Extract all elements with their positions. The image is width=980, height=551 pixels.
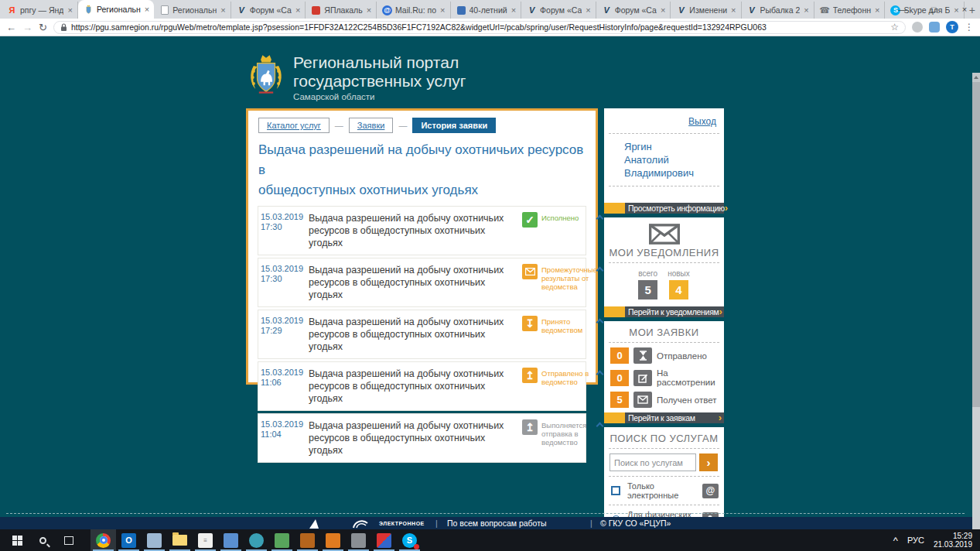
history-row[interactable]: 15.03.201917:29 Выдача разрешений на доб… — [258, 310, 586, 358]
browser-tab[interactable]: Региональн× — [154, 2, 230, 19]
chevron-up-icon[interactable] — [596, 371, 604, 378]
scrollbar-thumb[interactable] — [972, 82, 980, 407]
tab-close-icon[interactable]: × — [730, 5, 736, 15]
history-row[interactable]: 15.03.201911:04 Выдача разрешений на доб… — [258, 414, 586, 462]
browser-tab[interactable]: ☎Телефонн× — [814, 2, 886, 19]
tab-close-icon[interactable]: × — [510, 5, 517, 15]
document-favicon — [159, 5, 169, 15]
page-scrollbar[interactable] — [972, 73, 980, 529]
url-input[interactable] — [71, 22, 886, 32]
tab-close-icon[interactable]: × — [366, 5, 372, 15]
close-button[interactable]: × — [949, 0, 980, 19]
chevron-up-icon[interactable] — [596, 423, 604, 430]
tab-close-icon[interactable]: × — [874, 5, 880, 15]
forward-icon[interactable]: → — [22, 22, 32, 33]
row-datetime: 15.03.201911:06 — [261, 368, 309, 388]
taskbar-search-button[interactable] — [30, 529, 56, 551]
go-to-requests-button[interactable]: Перейти к заявкам › — [604, 412, 724, 423]
status-label: Выполняется отправка в ведомство — [541, 419, 597, 447]
taskbar-truck-app[interactable] — [320, 529, 346, 551]
browser-tab[interactable]: VФорум «Са× — [231, 2, 306, 19]
chevron-up-icon[interactable] — [596, 319, 604, 327]
requests-answered-row: 5 Получен ответ — [610, 392, 718, 408]
outlook-icon: O — [121, 533, 136, 548]
taskbar-cube-app[interactable] — [218, 529, 244, 551]
taskbar-compass-app[interactable] — [244, 529, 269, 551]
minimize-button[interactable]: — — [887, 0, 918, 19]
breadcrumb-history[interactable]: История заявки — [412, 118, 496, 133]
tab-strip: Ярпгу — Янд× Региональн× Региональн× VФо… — [0, 0, 980, 19]
lock-icon — [60, 23, 67, 32]
view-info-button[interactable]: Просмотреть информацию › — [604, 203, 724, 214]
reload-icon[interactable]: ↻ — [39, 22, 47, 33]
forum-favicon: V — [747, 5, 757, 15]
chat-extension-icon[interactable] — [929, 22, 940, 33]
tab-close-icon[interactable]: × — [220, 5, 226, 15]
maximize-button[interactable]: □ — [918, 0, 949, 19]
tab-close-icon[interactable]: × — [660, 5, 666, 15]
tab-close-icon[interactable]: × — [585, 5, 591, 15]
go-to-notifications-button[interactable]: Перейти к уведомлениям › — [604, 306, 724, 317]
request-history-card: Каталог услуг — Заявки — История заявки … — [246, 108, 598, 385]
browser-tab[interactable]: VИзменени× — [671, 2, 741, 19]
browser-menu-icon[interactable]: ⋮ — [965, 22, 974, 33]
browser-tab-active[interactable]: Региональн× — [78, 0, 154, 19]
arrow-right-icon: › — [725, 204, 730, 212]
taskbar-green-app[interactable] — [269, 529, 295, 551]
browser-tab[interactable]: VРыбалка 2× — [742, 2, 814, 19]
taskbar-house-app[interactable] — [295, 529, 320, 551]
browser-tab[interactable]: VФорум «Са× — [521, 2, 596, 19]
tab-close-icon[interactable]: × — [803, 5, 809, 15]
taskbar-gray-app[interactable] — [346, 529, 371, 551]
my-requests-panel: МОИ ЗАЯВКИ 0 Отправлено 0 На рассмотрени… — [604, 321, 724, 423]
tab-close-icon[interactable]: × — [144, 5, 150, 14]
tab-close-icon[interactable]: × — [67, 5, 73, 15]
service-search-input[interactable] — [610, 453, 696, 471]
browser-tab[interactable]: @Mail.Ru: по× — [377, 2, 450, 19]
browser-tab[interactable]: VФорум «Са× — [596, 2, 671, 19]
row-service-name: Выдача разрешений на добычу охотничьих р… — [309, 264, 519, 301]
tray-chevron-icon[interactable]: ^ — [893, 535, 898, 546]
status-label: Принято ведомством — [541, 316, 597, 334]
taskbar-explorer[interactable] — [167, 529, 193, 551]
scroll-up-icon[interactable] — [972, 73, 980, 82]
electronic-only-checkbox[interactable] — [611, 486, 620, 495]
back-icon[interactable]: ← — [6, 22, 16, 33]
status-done-icon: ✓ — [522, 212, 538, 228]
chevron-up-icon[interactable] — [596, 267, 604, 275]
browser-tab[interactable]: Ярпгу — Янд× — [2, 2, 78, 19]
mailru-favicon: @ — [382, 5, 392, 15]
language-indicator[interactable]: РУС — [907, 536, 924, 545]
browser-tab[interactable]: 40-летний× — [451, 2, 522, 19]
breadcrumb-requests[interactable]: Заявки — [349, 118, 394, 133]
portal-page: Региональный портал государственных услу… — [0, 36, 980, 529]
search-submit-button[interactable]: › — [699, 453, 718, 471]
chevron-up-icon[interactable] — [596, 215, 604, 223]
taskbar-document-app[interactable]: ≡ — [193, 529, 218, 551]
status-sent-icon: ↥ — [522, 368, 538, 383]
taskbar-app-window[interactable] — [142, 529, 167, 551]
user-panel: Выход Яргин Анатолий Владимирович Просмо… — [604, 108, 724, 214]
tab-close-icon[interactable]: × — [295, 5, 301, 15]
start-button[interactable] — [5, 529, 30, 551]
taskbar-paint-app[interactable] — [371, 529, 397, 551]
status-label: Отправлено в ведомство — [541, 368, 597, 386]
profile-avatar[interactable]: Т — [946, 21, 958, 33]
breadcrumb-catalog[interactable]: Каталог услуг — [258, 118, 330, 133]
task-view-button[interactable] — [56, 529, 81, 551]
bookmark-star-icon[interactable]: ☆ — [890, 22, 899, 33]
address-bar[interactable]: ☆ — [53, 21, 906, 34]
taskbar-outlook[interactable]: O — [116, 529, 142, 551]
logout-link[interactable]: Выход — [688, 116, 716, 127]
footer-divider — [6, 513, 965, 514]
tab-close-icon[interactable]: × — [439, 5, 446, 15]
browser-tab[interactable]: ЯПлакаль× — [306, 2, 377, 19]
extension-icon[interactable] — [912, 22, 923, 33]
taskbar-clock[interactable]: 15:29 21.03.2019 — [934, 532, 972, 549]
notifications-total-count: 5 — [638, 280, 657, 299]
history-row[interactable]: 15.03.201917:30 Выдача разрешений на доб… — [258, 207, 586, 255]
taskbar-skype[interactable]: S — [397, 529, 422, 551]
history-row[interactable]: 15.03.201911:06 Выдача разрешений на доб… — [258, 362, 586, 410]
history-row[interactable]: 15.03.201917:30 Выдача разрешений на доб… — [258, 258, 586, 306]
taskbar-chrome[interactable] — [90, 529, 116, 551]
